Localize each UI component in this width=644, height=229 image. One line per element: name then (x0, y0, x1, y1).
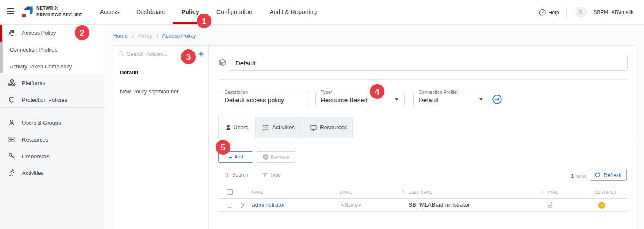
svg-text:?: ? (541, 10, 544, 15)
